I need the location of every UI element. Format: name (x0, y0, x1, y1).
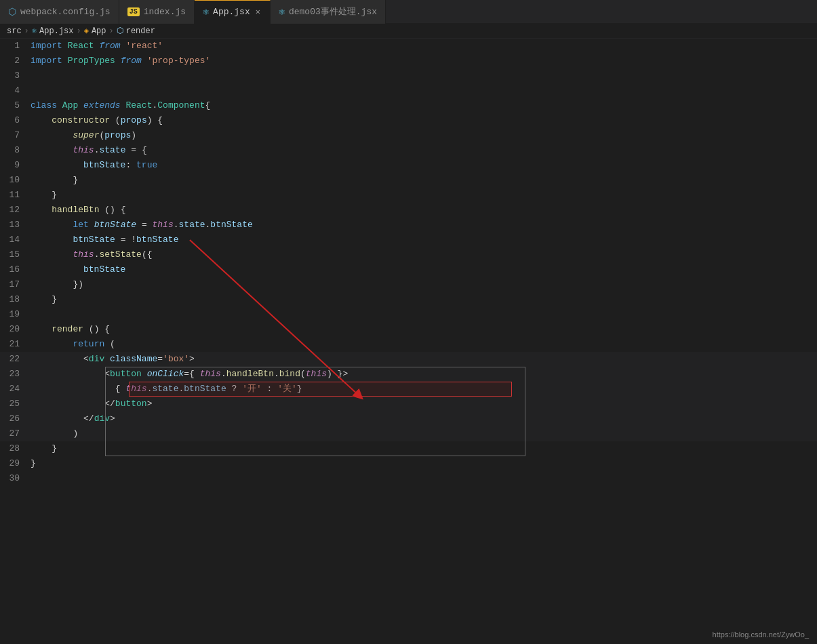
line-content-1: import React from 'react' (31, 39, 817, 54)
breadcrumb-class-icon: ◈ (84, 26, 89, 36)
line-number-25: 25 (0, 397, 31, 411)
line-number-20: 20 (0, 322, 31, 337)
tab-app[interactable]: ⚛ App.jsx ✕ (195, 0, 271, 24)
line-content-20: render () { (31, 322, 817, 337)
code-line-20: 20 render () { (0, 322, 817, 337)
line-number-8: 8 (0, 143, 31, 158)
line-number-7: 7 (0, 128, 31, 143)
code-line-25: 25 </button> (0, 397, 817, 411)
js-icon: JS (127, 7, 140, 16)
line-number-23: 23 (0, 367, 31, 382)
line-content-24: { this.state.btnState ? '开' : '关'} (31, 382, 817, 397)
breadcrumb-sep-3: › (109, 26, 114, 36)
line-number-29: 29 (0, 456, 31, 471)
code-line-9: 9 btnState: true (0, 158, 817, 173)
line-content-8: this.state = { (31, 143, 817, 158)
line-content-27: ) (31, 426, 817, 441)
line-number-12: 12 (0, 203, 31, 218)
line-number-4: 4 (0, 83, 31, 98)
code-line-22: 22 <div className='box'> (0, 352, 817, 367)
line-content-29: } (31, 456, 817, 471)
line-content-7: super(props) (31, 128, 817, 143)
breadcrumb: src › ⚛ App.jsx › ◈ App › ⬡ render (0, 24, 817, 39)
tab-webpack[interactable]: ⬡ webpack.config.js (0, 0, 119, 24)
code-line-28: 28 } (0, 441, 817, 456)
code-line-11: 11 } (0, 188, 817, 203)
line-content-28: } (31, 441, 817, 456)
code-line-19: 19 (0, 307, 817, 322)
line-number-18: 18 (0, 292, 31, 307)
line-content-5: class App extends React.Component{ (31, 98, 817, 113)
line-content-16: btnState (31, 262, 817, 277)
line-content-23: <button onClick={ this.handleBtn.bind(th… (31, 367, 817, 382)
tab-index[interactable]: JS index.js (119, 0, 195, 24)
line-content-26: </div> (31, 411, 817, 426)
line-content-10: } (31, 173, 817, 188)
line-number-17: 17 (0, 277, 31, 292)
breadcrumb-src: src (7, 26, 22, 36)
line-content-12: handleBtn () { (31, 203, 817, 218)
line-number-22: 22 (0, 352, 31, 367)
line-content-18: } (31, 292, 817, 307)
code-line-10: 10 } (0, 173, 817, 188)
breadcrumb-sep-1: › (24, 26, 29, 36)
tab-close-app[interactable]: ✕ (254, 5, 262, 18)
tab-label-index: index.js (144, 7, 186, 17)
code-line-21: 21 return ( (0, 337, 817, 352)
breadcrumb-react-icon: ⚛ (32, 26, 37, 36)
line-content-11: } (31, 188, 817, 203)
code-container: 1import React from 'react'2import PropTy… (0, 39, 817, 644)
line-number-13: 13 (0, 218, 31, 233)
line-number-16: 16 (0, 262, 31, 277)
code-line-4: 4 (0, 83, 817, 98)
code-line-3: 3 (0, 68, 817, 83)
line-content-25: </button> (31, 397, 817, 411)
line-number-21: 21 (0, 337, 31, 352)
breadcrumb-method: render (126, 26, 155, 36)
tab-label-app: App.jsx (213, 7, 250, 17)
code-line-1: 1import React from 'react' (0, 39, 817, 54)
line-content-15: this.setState({ (31, 247, 817, 262)
code-line-15: 15 this.setState({ (0, 247, 817, 262)
watermark: https://blog.csdn.net/ZywOo_ (713, 630, 809, 639)
line-number-5: 5 (0, 98, 31, 113)
line-number-24: 24 (0, 382, 31, 397)
breadcrumb-sep-2: › (76, 26, 81, 36)
tab-bar: ⬡ webpack.config.js JS index.js ⚛ App.js… (0, 0, 817, 24)
code-line-8: 8 this.state = { (0, 143, 817, 158)
code-line-17: 17 }) (0, 277, 817, 292)
code-line-16: 16 btnState (0, 262, 817, 277)
webpack-icon: ⬡ (8, 6, 16, 18)
code-line-24: 24 { this.state.btnState ? '开' : '关'} (0, 382, 817, 397)
line-content-22: <div className='box'> (31, 352, 817, 367)
line-number-3: 3 (0, 68, 31, 83)
line-number-11: 11 (0, 188, 31, 203)
line-number-2: 2 (0, 54, 31, 68)
line-number-6: 6 (0, 113, 31, 128)
line-number-14: 14 (0, 233, 31, 247)
breadcrumb-class: App (92, 26, 106, 36)
code-line-26: 26 </div> (0, 411, 817, 426)
code-line-13: 13 let btnState = this.state.btnState (0, 218, 817, 233)
code-line-12: 12 handleBtn () { (0, 203, 817, 218)
tab-demo[interactable]: ⚛ demo03事件处理.jsx (271, 0, 386, 24)
line-content-14: btnState = !btnState (31, 233, 817, 247)
line-number-28: 28 (0, 441, 31, 456)
line-content-13: let btnState = this.state.btnState (31, 218, 817, 233)
line-number-30: 30 (0, 471, 31, 486)
line-number-19: 19 (0, 307, 31, 322)
code-line-14: 14 btnState = !btnState (0, 233, 817, 247)
line-content-6: constructor (props) { (31, 113, 817, 128)
breadcrumb-file: App.jsx (39, 26, 73, 36)
line-content-17: }) (31, 277, 817, 292)
line-number-10: 10 (0, 173, 31, 188)
code-line-2: 2import PropTypes from 'prop-types' (0, 54, 817, 68)
code-line-23: 23 <button onClick={ this.handleBtn.bind… (0, 367, 817, 382)
line-content-2: import PropTypes from 'prop-types' (31, 54, 817, 68)
tab-label-webpack: webpack.config.js (20, 7, 111, 17)
line-number-26: 26 (0, 411, 31, 426)
code-line-7: 7 super(props) (0, 128, 817, 143)
line-content-9: btnState: true (31, 158, 817, 173)
react-icon-app: ⚛ (203, 5, 209, 18)
line-number-15: 15 (0, 247, 31, 262)
